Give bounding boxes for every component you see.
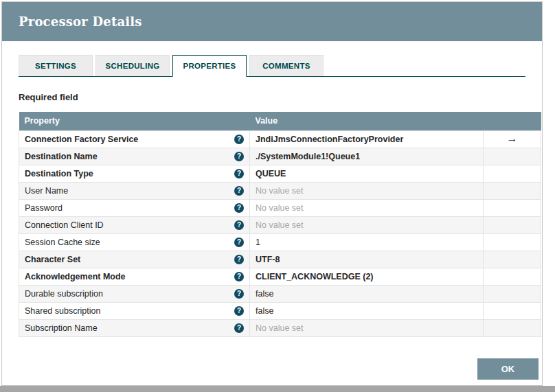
property-name: Password bbox=[25, 203, 63, 213]
processor-details-dialog: Processor Details SETTINGS SCHEDULING PR… bbox=[1, 1, 543, 386]
property-value[interactable]: No value set bbox=[250, 182, 484, 199]
table-row[interactable]: Destination Name ? ./SystemModule1!Queue… bbox=[19, 148, 541, 165]
help-icon[interactable]: ? bbox=[234, 238, 244, 247]
property-name: Destination Name bbox=[25, 152, 98, 161]
required-field-label: Required field bbox=[19, 92, 542, 102]
property-value[interactable]: CLIENT_ACKNOWLEDGE (2) bbox=[250, 268, 484, 285]
help-icon[interactable]: ? bbox=[234, 186, 244, 196]
help-icon[interactable]: ? bbox=[234, 169, 244, 178]
table-row[interactable]: Shared subscription ? false bbox=[19, 302, 541, 319]
tab-scheduling[interactable]: SCHEDULING bbox=[95, 55, 170, 76]
property-value[interactable]: false bbox=[250, 285, 484, 302]
table-row[interactable]: Connection Factory Service ? JndiJmsConn… bbox=[19, 130, 541, 148]
property-name: Durable subscription bbox=[25, 289, 103, 299]
help-icon[interactable]: ? bbox=[234, 272, 244, 281]
help-icon[interactable]: ? bbox=[234, 323, 244, 333]
ok-button[interactable]: OK bbox=[477, 358, 539, 380]
help-icon[interactable]: ? bbox=[234, 306, 244, 316]
help-icon[interactable]: ? bbox=[234, 135, 244, 144]
property-name: Shared subscription bbox=[25, 306, 100, 316]
dialog-header: Processor Details bbox=[2, 2, 542, 41]
property-name: Session Cache size bbox=[25, 238, 100, 247]
table-row[interactable]: Password ? No value set bbox=[19, 199, 541, 216]
property-name: Character Set bbox=[25, 255, 80, 264]
property-value[interactable]: UTF-8 bbox=[250, 251, 484, 268]
table-row[interactable]: Acknowledgement Mode ? CLIENT_ACKNOWLEDG… bbox=[19, 268, 541, 285]
property-value[interactable]: No value set bbox=[250, 199, 484, 216]
property-name: User Name bbox=[25, 186, 68, 196]
tab-comments[interactable]: COMMENTS bbox=[249, 55, 324, 76]
property-name: Destination Type bbox=[25, 169, 93, 178]
property-value[interactable]: QUEUE bbox=[250, 165, 484, 182]
help-icon[interactable]: ? bbox=[234, 255, 244, 264]
help-icon[interactable]: ? bbox=[234, 289, 244, 299]
tab-bar: SETTINGS SCHEDULING PROPERTIES COMMENTS bbox=[19, 55, 525, 77]
help-icon[interactable]: ? bbox=[234, 203, 244, 213]
column-header-value: Value bbox=[250, 112, 484, 130]
table-row[interactable]: Durable subscription ? false bbox=[19, 285, 541, 302]
property-value[interactable]: ./SystemModule1!Queue1 bbox=[250, 148, 484, 165]
column-header-extra bbox=[484, 112, 541, 130]
help-icon[interactable]: ? bbox=[234, 220, 244, 230]
table-row[interactable]: Subscription Name ? No value set bbox=[19, 319, 541, 336]
table-row[interactable]: Character Set ? UTF-8 bbox=[19, 251, 541, 268]
dialog-title: Processor Details bbox=[19, 14, 142, 29]
page-edge bbox=[0, 386, 555, 392]
table-row[interactable]: Destination Type ? QUEUE bbox=[19, 165, 541, 182]
help-icon[interactable]: ? bbox=[234, 152, 244, 161]
tab-settings[interactable]: SETTINGS bbox=[19, 55, 93, 76]
property-value[interactable]: false bbox=[250, 302, 484, 319]
property-value[interactable]: No value set bbox=[250, 319, 484, 336]
property-value[interactable]: JndiJmsConnectionFactoryProvider bbox=[250, 130, 484, 148]
property-name: Connection Client ID bbox=[25, 220, 104, 230]
property-name: Acknowledgement Mode bbox=[25, 272, 126, 281]
table-row[interactable]: User Name ? No value set bbox=[19, 182, 541, 199]
property-name: Subscription Name bbox=[25, 323, 98, 333]
property-value[interactable]: 1 bbox=[250, 233, 484, 251]
goto-service-icon[interactable]: → bbox=[507, 135, 518, 143]
property-name: Connection Factory Service bbox=[25, 135, 138, 144]
column-header-property: Property bbox=[19, 112, 250, 130]
table-header-row: Property Value bbox=[19, 112, 541, 130]
table-row[interactable]: Connection Client ID ? No value set bbox=[19, 216, 541, 233]
property-value[interactable]: No value set bbox=[250, 216, 484, 233]
tab-properties[interactable]: PROPERTIES bbox=[172, 55, 247, 77]
table-row[interactable]: Session Cache size ? 1 bbox=[19, 233, 541, 251]
properties-table: Property Value Connection Factory Servic… bbox=[19, 112, 541, 337]
